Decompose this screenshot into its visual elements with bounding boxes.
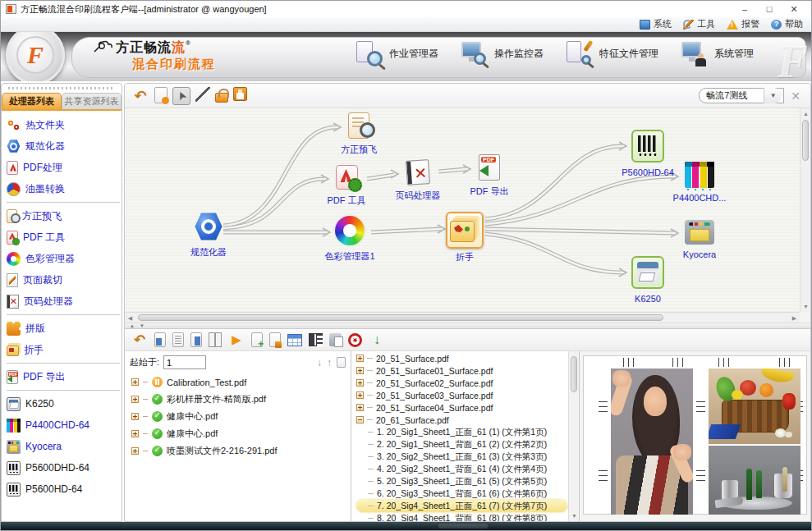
scroll-left-arrow[interactable]: ◀ xyxy=(125,313,135,323)
workflow-node[interactable]: 规范化器 xyxy=(163,212,254,259)
surface-tree-row[interactable]: 3. 20_Sig2_Sheet1_正面_61 (3) (文件第3页) xyxy=(356,451,567,463)
sidebar-item[interactable]: PDF 导出 xyxy=(7,366,122,387)
printer-kyocera-icon[interactable] xyxy=(685,217,714,247)
sidebar-item[interactable]: 拼版 xyxy=(7,318,122,339)
sidebar-tab[interactable]: 共享资源列表 xyxy=(62,93,122,109)
workflow-node[interactable]: Kyocera xyxy=(654,217,745,259)
sidebar-item[interactable]: 页码处理器 xyxy=(7,291,122,312)
printer-k6250-green-icon[interactable] xyxy=(631,256,664,291)
surface-tree-row[interactable]: 20_51_Surface03_Surface.pdf xyxy=(356,389,567,401)
canvas-horizontal-scrollbar[interactable]: ◀ ▶ xyxy=(125,312,800,323)
sidebar-item[interactable]: 折手 xyxy=(7,339,122,360)
scroll-down-arrow[interactable]: ▼ xyxy=(801,301,811,312)
sidebar-item[interactable]: 方正预飞 xyxy=(7,205,122,227)
table-icon[interactable] xyxy=(287,334,302,346)
sidebar-tab[interactable]: 处理器列表 xyxy=(2,93,62,109)
undo-icon[interactable] xyxy=(131,87,149,105)
sidebar-item[interactable]: PDF处理 xyxy=(7,157,122,178)
page-copy-icon[interactable] xyxy=(190,332,202,347)
header-button-profile-file-manager[interactable]: 特征文件管理 xyxy=(565,40,658,66)
pdf-tool-icon[interactable] xyxy=(336,163,358,192)
color-manager-icon[interactable] xyxy=(335,216,365,248)
scroll-thumb[interactable] xyxy=(138,314,663,321)
sidebar-item[interactable]: K6250 xyxy=(7,393,122,414)
workflow-node[interactable]: PDF 导出 xyxy=(444,153,534,198)
surface-tree-row[interactable]: 1. 20_Sig1_Sheet1_正面_61 (1) (文件第1页) xyxy=(356,426,567,438)
founder-preflight-icon[interactable] xyxy=(348,111,369,141)
sidebar-item[interactable]: 热文件夹 xyxy=(7,114,122,135)
scroll-thumb[interactable] xyxy=(571,356,577,392)
page-add-icon[interactable] xyxy=(251,332,263,347)
job-list-item[interactable]: Calibration_Test.pdf xyxy=(131,373,347,391)
normalizer-icon[interactable] xyxy=(194,212,223,244)
folding-icon[interactable] xyxy=(446,212,484,249)
sidebar-item[interactable]: 色彩管理器 xyxy=(7,248,122,269)
pointer-icon[interactable] xyxy=(172,87,190,105)
workflow-name-input[interactable] xyxy=(700,91,764,101)
surface-tree-scrollbar[interactable]: ▼ xyxy=(568,351,579,521)
expand-toggle-icon[interactable] xyxy=(356,379,364,387)
surface-tree-row[interactable]: 2. 20_Sig1_Sheet1_背面_61 (2) (文件第2页) xyxy=(356,438,567,451)
scroll-thumb[interactable] xyxy=(802,120,809,161)
expand-toggle-icon[interactable] xyxy=(131,413,139,420)
minimize-button[interactable]: – xyxy=(732,2,757,16)
move-down-icon[interactable]: ↓ xyxy=(317,357,322,368)
line-tool-icon[interactable] xyxy=(195,87,210,102)
menubar-item-system-monitor[interactable]: 系统 xyxy=(640,18,672,30)
job-list-item[interactable]: 健康中心.pdf xyxy=(131,408,347,425)
workflow-canvas[interactable]: 规范化器方正预飞PDF 工具页码处理器PDF 导出色彩管理器1折手P5600HD… xyxy=(125,108,800,312)
sidebar-item[interactable]: 规范化器 xyxy=(7,135,122,157)
surface-tree-row[interactable]: 5. 20_Sig3_Sheet1_正面_61 (5) (文件第5页) xyxy=(356,475,567,488)
start-at-input[interactable] xyxy=(163,355,206,369)
maximize-button[interactable]: □ xyxy=(757,2,782,16)
surface-tree-row[interactable]: 20_51_Surface04_Surface.pdf xyxy=(356,401,567,414)
sidebar-item[interactable]: Kyocera xyxy=(7,436,122,457)
surface-tree-row[interactable]: 20_51_Surface02_Surface.pdf xyxy=(356,377,567,389)
close-workflow-button[interactable]: ✕ xyxy=(791,89,801,103)
expand-toggle-icon[interactable] xyxy=(356,416,364,423)
workflow-node[interactable]: K6250 xyxy=(603,256,693,304)
page-icon[interactable] xyxy=(154,332,166,347)
page-export-icon[interactable] xyxy=(269,332,281,347)
sidebar-item[interactable]: 油墨转换 xyxy=(7,178,122,199)
run-icon[interactable] xyxy=(228,332,245,348)
scroll-up-arrow[interactable]: ▲ xyxy=(801,108,811,119)
scroll-down-arrow[interactable]: ▼ xyxy=(569,510,580,521)
new-page-icon[interactable] xyxy=(337,357,346,368)
workflow-node[interactable]: P4400CHD... xyxy=(654,160,745,203)
expand-toggle-icon[interactable] xyxy=(356,391,364,399)
job-list-item[interactable]: 喷墨测试文件2-216-291.pdf xyxy=(131,442,347,460)
chevron-down-icon[interactable]: ▼ xyxy=(764,88,782,103)
move-up-icon[interactable]: ↑ xyxy=(327,357,332,368)
panel-list-icon[interactable] xyxy=(309,333,323,346)
sidebar-item[interactable]: P5600DHD-64 xyxy=(7,457,122,478)
surface-tree-row[interactable]: 20_51_Surface.pdf xyxy=(356,352,567,364)
canvas-vertical-scrollbar[interactable]: ▲ ▼ xyxy=(800,108,810,312)
menubar-item-alarm-warning[interactable]: 报警 xyxy=(727,18,759,30)
sidebar-item[interactable]: PDF 工具 xyxy=(7,227,122,248)
sidebar-item[interactable]: P4400CHD-64 xyxy=(7,414,122,436)
expand-toggle-icon[interactable] xyxy=(356,367,364,374)
job-list-item[interactable]: 健康中心.pdf xyxy=(131,425,347,442)
surface-tree-row[interactable]: 6. 20_Sig3_Sheet1_背面_61 (6) (文件第6页) xyxy=(356,488,567,500)
workflow-select[interactable]: ▼ xyxy=(699,88,784,103)
download-icon[interactable] xyxy=(369,332,385,348)
lock-icon[interactable] xyxy=(215,93,228,103)
scroll-right-arrow[interactable]: ▶ xyxy=(789,313,800,323)
sidebar-item[interactable]: P5600HD-64 xyxy=(7,478,122,500)
header-button-system-manager[interactable]: 系统管理 xyxy=(680,40,754,66)
job-list-item[interactable]: 彩机样册文件-精简版.pdf xyxy=(131,391,347,408)
surface-tree-row[interactable]: 20_51_Surface01_Surface.pdf xyxy=(356,364,567,377)
expand-toggle-icon[interactable] xyxy=(356,404,364,411)
expand-toggle-icon[interactable] xyxy=(131,378,139,386)
menubar-item-tools[interactable]: 工具 xyxy=(683,18,715,30)
workflow-node[interactable]: 方正预飞 xyxy=(314,111,404,156)
panel-splitter[interactable]: ▲▼ xyxy=(125,323,810,329)
page-lines-icon[interactable] xyxy=(172,332,184,347)
surface-tree-row[interactable]: 8. 20_Sig4_Sheet1_背面_61 (8) (文件第8页) xyxy=(356,512,567,521)
expand-toggle-icon[interactable] xyxy=(356,355,364,362)
close-button[interactable]: ✕ xyxy=(782,2,806,16)
window-grid-icon[interactable] xyxy=(209,332,222,347)
sidebar-item[interactable]: 页面裁切 xyxy=(7,269,122,291)
stop-icon[interactable] xyxy=(348,333,362,347)
